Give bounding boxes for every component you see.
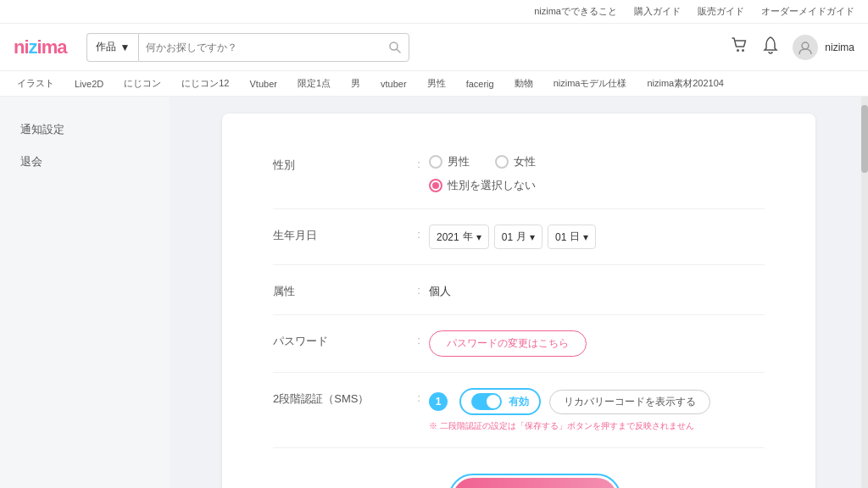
gender-none-radio[interactable] [429,179,442,192]
twofa-toggle[interactable]: 有効 [459,388,541,415]
nav-tag-11[interactable]: nizimaモデル仕様 [550,75,631,92]
password-row: パスワード : パスワードの変更はこちら [273,315,765,373]
twofa-colon: : [409,388,429,404]
twofa-row: 2段階認証（SMS） : 1 有効 リカバリーコードを表示する [273,373,765,448]
save-button[interactable]: 保存する → [453,478,617,488]
topbar-link-2[interactable]: 購入ガイド [634,5,681,18]
attr-value: 個人 [429,280,765,299]
attr-colon: : [409,280,429,297]
cart-icon[interactable] [730,36,748,58]
notification-icon[interactable] [762,36,779,58]
twofa-status-label: 有効 [509,395,529,409]
search-category-dropdown[interactable]: 作品 ▼ [86,33,138,62]
dob-colon: : [409,225,429,241]
attr-field: 個人 [429,280,765,299]
nav-tag-2[interactable]: にじコン [120,75,164,92]
gender-male-radio[interactable] [429,155,442,169]
svg-point-2 [737,49,739,52]
header-icons: nizima [730,35,854,60]
svg-point-3 [742,49,744,52]
password-field: パスワードの変更はこちら [429,330,765,357]
scrollbar-track[interactable] [861,97,868,488]
month-chevron-icon: ▾ [530,231,535,243]
svg-point-4 [802,42,809,49]
nav-tag-1[interactable]: Live2D [71,77,107,91]
gender-none-label: 性別を選択しない [448,178,536,193]
recovery-code-button[interactable]: リカバリーコードを表示する [549,390,710,414]
scrollbar-thumb[interactable] [861,105,868,173]
gender-label: 性別 [273,154,409,173]
user-name-label: nizima [825,42,854,53]
sidebar-item-notifications[interactable]: 通知設定 [0,114,170,146]
day-value: 01 [555,231,566,243]
dob-label: 生年月日 [273,225,409,243]
dob-field: 2021 年 ▾ 01 月 ▾ 01 日 ▾ [429,225,765,249]
year-unit: 年 [463,230,473,244]
password-label: パスワード [273,330,409,349]
sidebar: 通知設定 退会 [0,97,170,488]
twofa-note: ※ 二段階認証の設定は「保存する」ボタンを押すまで反映されません [429,420,765,432]
password-colon: : [409,330,429,347]
search-input[interactable] [146,42,388,53]
gender-options: 男性 女性 [429,154,765,169]
nav-tag-8[interactable]: 男性 [424,75,449,92]
gender-field: 男性 女性 性別を選択しない [429,154,765,193]
attr-row: 属性 : 個人 [273,265,765,315]
search-area: 作品 ▼ [86,33,409,62]
twofa-label: 2段階認証（SMS） [273,388,409,407]
page-layout: 通知設定 退会 性別 : 男性 女性 [0,97,868,488]
search-category-label: 作品 [96,40,116,54]
nav-tag-3[interactable]: にじコン12 [178,75,232,92]
day-select[interactable]: 01 日 ▾ [548,225,596,249]
nav-tag-4[interactable]: Vtuber [247,77,281,91]
search-button[interactable] [388,41,402,54]
avatar [793,35,818,60]
month-value: 01 [502,231,513,243]
month-unit: 月 [516,230,526,244]
nav-tags-bar: イラスト Live2D にじコン にじコン12 Vtuber 限定1点 男 vt… [0,71,868,97]
topbar-link-4[interactable]: オーダーメイドガイド [761,5,854,18]
nav-tag-5[interactable]: 限定1点 [294,75,334,92]
twofa-field: 1 有効 リカバリーコードを表示する ※ 二段階認証の設定は「保存する」ボタンを… [429,388,765,432]
twofa-controls-wrap: 1 有効 リカバリーコードを表示する ※ 二段階認証の設定は「保存する」ボタンを… [429,388,765,432]
dob-row: 生年月日 : 2021 年 ▾ 01 月 ▾ [273,209,765,265]
header: nizima 作品 ▼ [0,24,868,71]
gender-female-option[interactable]: 女性 [495,154,536,169]
nav-tag-6[interactable]: 男 [348,75,364,92]
nav-tag-10[interactable]: 動物 [511,75,537,92]
nav-tag-0[interactable]: イラスト [14,75,58,92]
year-chevron-icon: ▾ [476,231,481,243]
content-card: 性別 : 男性 女性 性別を選 [222,114,815,488]
sidebar-item-withdraw[interactable]: 退会 [0,146,170,178]
topbar-link-3[interactable]: 販売ガイド [698,5,744,18]
save-row: 2 保存する → [273,474,765,488]
day-chevron-icon: ▾ [583,231,588,243]
top-bar: nizimaでできること 購入ガイド 販売ガイド オーダーメイドガイド [0,0,868,24]
gender-female-radio[interactable] [495,155,509,169]
gender-male-option[interactable]: 男性 [429,154,470,169]
nav-tag-7[interactable]: vtuber [377,77,410,91]
gender-female-label: 女性 [514,154,536,169]
year-value: 2021 [437,231,459,243]
search-input-wrap [138,33,409,62]
topbar-link-1[interactable]: nizimaでできること [534,5,617,18]
gender-male-label: 男性 [448,154,470,169]
day-unit: 日 [570,230,580,244]
gender-colon: : [409,154,429,170]
toggle-track[interactable] [471,393,502,410]
user-area[interactable]: nizima [793,35,854,60]
svg-line-1 [397,49,400,53]
change-password-button[interactable]: パスワードの変更はこちら [429,330,587,357]
gender-none-option[interactable]: 性別を選択しない [429,178,765,193]
nav-tag-9[interactable]: facerig [463,77,498,91]
year-select[interactable]: 2021 年 ▾ [429,225,489,249]
badge-1: 1 [429,392,448,411]
nav-tag-12[interactable]: nizima素材202104 [643,75,727,92]
date-selects: 2021 年 ▾ 01 月 ▾ 01 日 ▾ [429,225,765,249]
month-select[interactable]: 01 月 ▾ [494,225,542,249]
toggle-thumb [487,395,500,408]
save-btn-wrap: 保存する → [448,474,621,488]
attr-label: 属性 [273,280,409,299]
logo[interactable]: nizima [14,36,66,58]
gender-row: 性別 : 男性 女性 性別を選 [273,139,765,209]
